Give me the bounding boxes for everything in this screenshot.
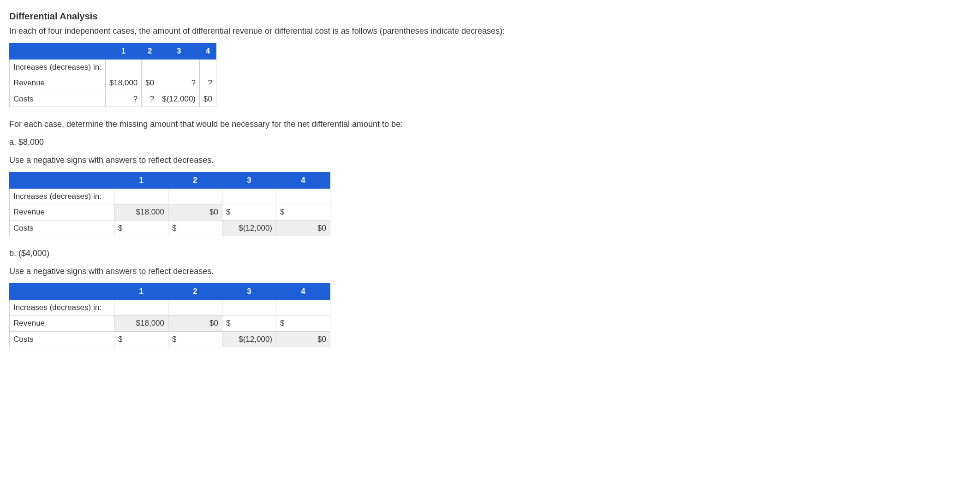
- b-rev-4-input[interactable]: [287, 318, 321, 328]
- part-a-label: a. $8,000: [9, 136, 971, 149]
- b-rev-3-input[interactable]: [233, 318, 267, 328]
- dollar-sign: $: [118, 333, 123, 345]
- part-b-label: b. ($4,000): [9, 247, 971, 260]
- dollar-sign: $: [280, 317, 285, 329]
- a-cost-1-cell[interactable]: $: [114, 220, 168, 236]
- dollar-sign: $: [226, 206, 231, 218]
- b-cost-2-cell[interactable]: $: [168, 331, 222, 347]
- given-row-revenue: Revenue: [10, 75, 106, 91]
- given-rev-4: ?: [200, 75, 216, 91]
- given-cost-1: ?: [105, 91, 141, 107]
- b-row-costs: Costs: [10, 331, 114, 347]
- b-cost-2-input[interactable]: [179, 334, 213, 344]
- part-a-note: Use a negative signs with answers to ref…: [9, 154, 971, 167]
- given-header-4: 4: [200, 43, 216, 60]
- given-rev-2: $0: [142, 75, 158, 91]
- answer-table-b: 1 2 3 4 Increases (decreases) in: Revenu…: [9, 283, 330, 347]
- a-header-4: 4: [276, 173, 330, 189]
- a-rev-4-input[interactable]: [287, 207, 321, 217]
- dollar-sign: $: [280, 206, 285, 218]
- a-cost-3: $(12,000): [222, 220, 276, 236]
- dollar-sign: $: [172, 333, 177, 345]
- a-rev-2: $0: [168, 204, 222, 220]
- a-cost-2-input[interactable]: [179, 223, 213, 233]
- b-row-header: Increases (decreases) in:: [10, 299, 114, 315]
- b-cost-1-cell[interactable]: $: [114, 331, 168, 347]
- a-cost-2-cell[interactable]: $: [168, 220, 222, 236]
- a-row-revenue: Revenue: [10, 204, 114, 220]
- given-cost-4: $0: [200, 91, 216, 107]
- a-header-1: 1: [114, 173, 168, 189]
- given-header-empty: [10, 43, 106, 60]
- given-cost-3: $(12,000): [158, 91, 200, 107]
- prompt-text: For each case, determine the missing amo…: [9, 118, 971, 131]
- answer-table-a: 1 2 3 4 Increases (decreases) in: Revenu…: [9, 172, 330, 236]
- b-header-2: 2: [168, 284, 222, 300]
- given-header-2: 2: [142, 43, 158, 60]
- dollar-sign: $: [172, 222, 177, 234]
- a-cost-1-input[interactable]: [125, 223, 159, 233]
- b-rev-1: $18,000: [114, 315, 168, 332]
- a-cost-4: $0: [276, 220, 330, 236]
- b-header-empty: [10, 284, 114, 300]
- a-row-costs: Costs: [10, 220, 114, 236]
- b-cost-4: $0: [276, 331, 330, 347]
- a-rev-3-input[interactable]: [233, 207, 267, 217]
- dollar-sign: $: [226, 317, 231, 329]
- given-cost-2: ?: [142, 91, 158, 107]
- a-header-empty: [10, 173, 114, 189]
- b-rev-2: $0: [168, 315, 222, 332]
- b-rev-4-cell[interactable]: $: [276, 315, 330, 332]
- a-header-2: 2: [168, 173, 222, 189]
- b-cost-1-input[interactable]: [125, 334, 159, 344]
- intro-text: In each of four independent cases, the a…: [9, 25, 971, 37]
- a-rev-4-cell[interactable]: $: [276, 204, 330, 220]
- given-header-1: 1: [105, 43, 141, 60]
- given-row-costs: Costs: [10, 91, 106, 107]
- dollar-sign: $: [118, 222, 123, 234]
- given-rev-1: $18,000: [105, 75, 141, 91]
- given-header-3: 3: [158, 43, 200, 60]
- b-header-3: 3: [222, 284, 276, 300]
- given-row-header: Increases (decreases) in:: [10, 59, 106, 75]
- b-header-4: 4: [276, 284, 330, 300]
- b-cost-3: $(12,000): [222, 331, 276, 347]
- given-table: 1 2 3 4 Increases (decreases) in: Revenu…: [9, 43, 216, 107]
- a-row-header: Increases (decreases) in:: [10, 188, 114, 204]
- b-rev-3-cell[interactable]: $: [222, 315, 276, 332]
- a-rev-3-cell[interactable]: $: [222, 204, 276, 220]
- part-b-note: Use a negative signs with answers to ref…: [9, 265, 971, 278]
- a-header-3: 3: [222, 173, 276, 189]
- b-header-1: 1: [114, 284, 168, 300]
- b-row-revenue: Revenue: [10, 315, 114, 332]
- page-title: Differential Analysis: [9, 9, 971, 23]
- given-rev-3: ?: [158, 75, 200, 91]
- a-rev-1: $18,000: [114, 204, 168, 220]
